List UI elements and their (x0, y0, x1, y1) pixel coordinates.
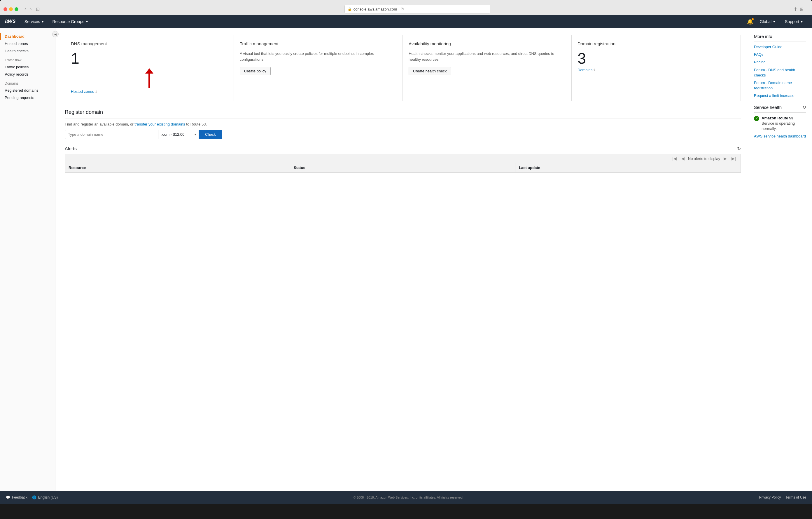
resource-groups-label: Resource Groups (52, 19, 84, 24)
minimize-button[interactable] (9, 7, 13, 11)
services-nav[interactable]: Services ▼ (21, 15, 49, 28)
availability-monitoring-desc: Health checks monitor your applications … (409, 51, 566, 62)
sidebar-item-health-checks[interactable]: Health checks (0, 47, 55, 55)
aws-logo[interactable]: aws ____ (5, 18, 16, 26)
sidebar-item-dashboard[interactable]: Dashboard (0, 33, 55, 40)
support-chevron: ▼ (800, 20, 803, 23)
resource-groups-chevron: ▼ (85, 20, 88, 23)
nav-buttons: ‹ › ⊡ (23, 6, 41, 12)
services-label: Services (25, 19, 40, 24)
last-page-button[interactable]: ▶| (730, 156, 737, 161)
add-tab-icon[interactable]: + (806, 6, 809, 12)
sidebar-item-registered-domains[interactable]: Registered domains (0, 87, 55, 94)
language-item[interactable]: 🌐 English (US) (32, 495, 58, 499)
prev-page-button[interactable]: ◀ (680, 156, 686, 161)
chat-icon: 💬 (6, 495, 10, 499)
more-info-title: More info (754, 34, 806, 42)
pricing-link[interactable]: Pricing (754, 59, 806, 65)
services-chevron: ▼ (41, 20, 44, 23)
tld-select[interactable]: .com - $12.00 .net - $11.00 .org - $12.0… (158, 130, 199, 139)
faqs-link[interactable]: FAQs (754, 52, 806, 57)
status-column-header: Status (290, 163, 515, 172)
sidebar-item-traffic-policies[interactable]: Traffic policies (0, 63, 55, 71)
alerts-refresh-icon[interactable]: ↻ (737, 146, 741, 152)
share-icon[interactable]: ⬆ (794, 6, 798, 12)
table-header: Resource Status Last update (65, 163, 741, 172)
feedback-item[interactable]: 💬 Feedback (6, 495, 27, 499)
tab-view-button[interactable]: ⊡ (34, 6, 41, 12)
domain-registration-card: Domain registration 3 Domains ℹ (572, 35, 741, 101)
sidebar-item-pending-requests[interactable]: Pending requests (0, 94, 55, 101)
footer-left: 💬 Feedback 🌐 English (US) (6, 495, 58, 499)
reload-button[interactable]: ↻ (401, 7, 405, 11)
nav-right: 🔔 Global ▼ Support ▼ (747, 15, 807, 28)
next-page-button[interactable]: ▶ (722, 156, 728, 161)
hosted-zones-count: 1 (71, 51, 228, 66)
sidebar-collapse-button[interactable]: ◀ (52, 31, 59, 37)
forum-domain-link[interactable]: Forum - Domain name registration (754, 80, 806, 91)
transfer-domains-link[interactable]: transfer your existing domains (135, 122, 185, 127)
maximize-button[interactable] (14, 7, 18, 11)
service-name: Amazon Route 53 (761, 116, 806, 121)
global-nav[interactable]: Global ▼ (756, 15, 780, 28)
globe-icon: 🌐 (32, 495, 36, 499)
alerts-section: Alerts ↻ |◀ ◀ No alerts to display ▶ ▶| … (65, 146, 741, 173)
footer: 💬 Feedback 🌐 English (US) © 2008 - 2018,… (0, 491, 812, 504)
create-health-check-button[interactable]: Create health check (409, 67, 451, 75)
sidebar-section-traffic-flow: Traffic flow (0, 55, 55, 63)
sidebar-item-policy-records[interactable]: Policy records (0, 71, 55, 78)
aws-health-dashboard-link[interactable]: AWS service health dashboard (754, 134, 806, 139)
close-button[interactable] (3, 7, 7, 11)
aws-topnav: aws ____ Services ▼ Resource Groups ▼ 🔔 … (0, 15, 812, 28)
health-text: Amazon Route 53 Service is operating nor… (761, 116, 806, 132)
terms-of-use-link[interactable]: Terms of Use (785, 495, 806, 499)
main-container: ◀ Dashboard Hosted zones Health checks T… (0, 28, 812, 491)
hosted-zones-link[interactable]: Hosted zones (71, 89, 94, 94)
last-update-column-header: Last update (515, 163, 741, 172)
domains-link[interactable]: Domains (578, 68, 592, 72)
feedback-label: Feedback (12, 495, 27, 499)
dns-management-title: DNS management (71, 41, 228, 46)
developer-guide-link[interactable]: Developer Guide (754, 44, 806, 50)
alerts-title: Alerts (65, 146, 77, 152)
language-label: English (US) (38, 495, 58, 499)
availability-monitoring-card: Availability monitoring Health checks mo… (403, 35, 572, 101)
notification-dot (752, 18, 754, 20)
check-domain-button[interactable]: Check (199, 130, 222, 139)
back-button[interactable]: ‹ (23, 6, 27, 12)
create-policy-button[interactable]: Create policy (240, 67, 271, 75)
domain-search: .com - $12.00 .net - $11.00 .org - $12.0… (65, 130, 741, 139)
privacy-policy-link[interactable]: Privacy Policy (759, 495, 781, 499)
domains-info-icon[interactable]: ℹ (593, 68, 595, 72)
support-nav[interactable]: Support ▼ (781, 15, 807, 28)
sidebar-item-hosted-zones[interactable]: Hosted zones (0, 40, 55, 47)
url-text: console.aws.amazon.com (353, 7, 397, 11)
hosted-zones-info-icon[interactable]: ℹ (95, 90, 97, 94)
address-bar[interactable]: 🔒 console.aws.amazon.com ↻ (344, 5, 490, 13)
first-page-button[interactable]: |◀ (671, 156, 678, 161)
content-area: DNS management 1 Hosted zones ℹ Traffic … (55, 28, 748, 491)
domains-count: 3 (578, 51, 735, 66)
more-info-label: More info (754, 34, 772, 39)
resource-groups-nav[interactable]: Resource Groups ▼ (48, 15, 92, 28)
footer-right: Privacy Policy Terms of Use (759, 495, 806, 499)
service-health-refresh-icon[interactable]: ↻ (802, 105, 806, 110)
browser-chrome: ‹ › ⊡ 🔒 console.aws.amazon.com ↻ ⬆ ⊞ + (0, 0, 812, 15)
dns-management-card: DNS management 1 Hosted zones ℹ (65, 35, 234, 101)
resource-column-header: Resource (65, 163, 290, 172)
new-tab-icon[interactable]: ⊞ (800, 6, 804, 12)
alerts-pagination: |◀ ◀ No alerts to display ▶ ▶| (65, 154, 741, 163)
limit-increase-link[interactable]: Request a limit increase (754, 93, 806, 99)
forward-button[interactable]: › (29, 6, 33, 12)
service-health-item: ✓ Amazon Route 53 Service is operating n… (754, 116, 806, 132)
domain-name-input[interactable] (65, 130, 158, 139)
service-health-label: Service health (754, 105, 782, 110)
register-domain-desc: Find and register an available domain, o… (65, 122, 741, 127)
alerts-table: Resource Status Last update (65, 163, 741, 173)
service-status: Service is operating normally. (761, 121, 795, 131)
dashboard-grid: DNS management 1 Hosted zones ℹ Traffic … (65, 35, 741, 101)
arrow-up-icon (145, 68, 153, 74)
notifications-area[interactable]: 🔔 (747, 18, 753, 25)
traffic-management-title: Traffic management (240, 41, 397, 46)
forum-dns-link[interactable]: Forum - DNS and health checks (754, 67, 806, 78)
